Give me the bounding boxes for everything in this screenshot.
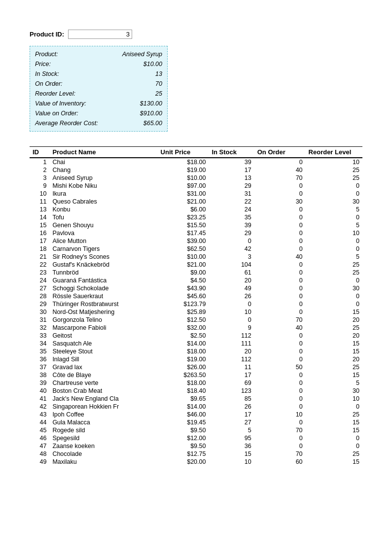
cell-price: $4.50 (158, 277, 209, 284)
table-row: 46 Spegesild $12.00 95 0 0 (30, 434, 362, 442)
cell-reorder: 25 (306, 324, 362, 332)
cell-id: 49 (30, 458, 49, 466)
cell-price: $18.00 (158, 158, 209, 166)
cell-id: 10 (30, 190, 49, 198)
cell-stock: 0 (209, 237, 254, 245)
cell-reorder: 5 (306, 206, 362, 213)
table-row: 27 Schoggi Schokolade $43.90 49 0 30 (30, 284, 362, 292)
cell-stock: 35 (209, 213, 254, 221)
cell-name: Pavlova (49, 229, 157, 237)
cell-id: 2 (30, 166, 49, 174)
detail-row: Product:Aniseed Syrup (35, 49, 162, 59)
cell-order: 0 (254, 237, 306, 245)
table-body: 1 Chai $18.00 39 0 10 2 Chang $19.00 17 … (30, 158, 362, 466)
cell-id: 33 (30, 332, 49, 340)
cell-id: 27 (30, 284, 49, 292)
cell-name: Alice Mutton (49, 237, 157, 245)
cell-id: 17 (30, 237, 49, 245)
table-row: 38 Côte de Blaye $263.50 17 0 15 (30, 371, 362, 379)
cell-reorder: 25 (306, 363, 362, 371)
cell-price: $2.50 (158, 332, 209, 340)
cell-name: Mascarpone Fabioli (49, 324, 157, 332)
cell-price: $45.60 (158, 292, 209, 300)
detail-label: On Order: (35, 79, 63, 89)
cell-reorder: 0 (306, 442, 362, 450)
cell-name: Ikura (49, 190, 157, 198)
cell-id: 39 (30, 379, 49, 387)
cell-price: $97.00 (158, 182, 209, 190)
product-detail-box: Product:Aniseed SyrupPrice:$10.00In Stoc… (30, 46, 168, 132)
cell-id: 23 (30, 269, 49, 277)
detail-label: Value on Order: (35, 108, 78, 118)
cell-stock: 24 (209, 206, 254, 213)
cell-stock: 39 (209, 158, 254, 166)
cell-name: Jack's New England Cla (49, 395, 157, 403)
detail-label: Price: (35, 59, 51, 69)
cell-name: Sir Rodney's Scones (49, 253, 157, 261)
cell-order: 0 (254, 434, 306, 442)
cell-stock: 95 (209, 434, 254, 442)
detail-label: Value of Inventory: (35, 99, 86, 108)
cell-price: $9.65 (158, 395, 209, 403)
cell-stock: 42 (209, 245, 254, 253)
cell-reorder: 25 (306, 450, 362, 458)
cell-id: 14 (30, 213, 49, 221)
cell-stock: 61 (209, 269, 254, 277)
cell-stock: 39 (209, 221, 254, 229)
cell-reorder: 0 (306, 182, 362, 190)
cell-name: Aniseed Syrup (49, 174, 157, 182)
cell-id: 32 (30, 324, 49, 332)
detail-row: On Order:70 (35, 79, 162, 89)
cell-order: 0 (254, 158, 306, 166)
cell-reorder: 0 (306, 213, 362, 221)
cell-reorder: 15 (306, 418, 362, 426)
cell-order: 10 (254, 411, 306, 418)
cell-price: $19.00 (158, 166, 209, 174)
cell-price: $10.00 (158, 174, 209, 182)
cell-order: 60 (254, 458, 306, 466)
cell-stock: 112 (209, 355, 254, 363)
product-id-input[interactable] (68, 30, 132, 39)
cell-order: 0 (254, 442, 306, 450)
cell-stock: 26 (209, 292, 254, 300)
table-row: 34 Sasquatch Ale $14.00 111 0 15 (30, 340, 362, 347)
cell-name: Rössle Sauerkraut (49, 292, 157, 300)
cell-reorder: 5 (306, 221, 362, 229)
cell-order: 0 (254, 355, 306, 363)
cell-order: 0 (254, 190, 306, 198)
cell-stock: 111 (209, 340, 254, 347)
cell-reorder: 0 (306, 190, 362, 198)
cell-id: 11 (30, 198, 49, 206)
cell-order: 70 (254, 316, 306, 324)
cell-order: 0 (254, 229, 306, 237)
cell-reorder: 15 (306, 340, 362, 347)
cell-price: $18.40 (158, 387, 209, 395)
cell-reorder: 0 (306, 300, 362, 308)
table-row: 15 Genen Shouyu $15.50 39 0 5 (30, 221, 362, 229)
cell-price: $43.90 (158, 284, 209, 292)
cell-stock: 17 (209, 166, 254, 174)
table-row: 45 Rogede sild $9.50 5 70 15 (30, 426, 362, 434)
cell-reorder: 15 (306, 458, 362, 466)
product-id-row: Product ID: (30, 30, 362, 39)
detail-row: Price:$10.00 (35, 59, 162, 69)
cell-stock: 15 (209, 450, 254, 458)
cell-price: $123.79 (158, 300, 209, 308)
cell-stock: 29 (209, 229, 254, 237)
cell-order: 0 (254, 213, 306, 221)
detail-value: 25 (155, 89, 162, 99)
th-order: On Order (254, 147, 306, 158)
cell-price: $14.00 (158, 403, 209, 411)
cell-name: Thüringer Rostbratwurst (49, 300, 157, 308)
cell-name: Côte de Blaye (49, 371, 157, 379)
cell-id: 21 (30, 253, 49, 261)
cell-reorder: 15 (306, 347, 362, 355)
table-row: 1 Chai $18.00 39 0 10 (30, 158, 362, 166)
cell-stock: 112 (209, 332, 254, 340)
cell-reorder: 0 (306, 292, 362, 300)
table-row: 33 Geitost $2.50 112 0 20 (30, 332, 362, 340)
cell-name: Ipoh Coffee (49, 411, 157, 418)
cell-stock: 26 (209, 403, 254, 411)
cell-reorder: 25 (306, 411, 362, 418)
detail-row: Value on Order:$910.00 (35, 108, 162, 118)
